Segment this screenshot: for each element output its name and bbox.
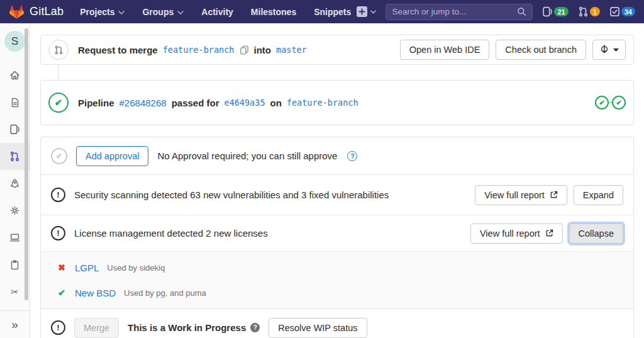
warning-exclamation-icon: ! xyxy=(51,188,65,202)
mr-source-card: Request to merge feature-branch into mas… xyxy=(40,35,634,65)
target-branch-link[interactable]: master xyxy=(276,45,307,55)
mr-count-badge: 1 xyxy=(590,7,600,16)
issues-icon xyxy=(9,124,20,135)
license-report-row: ! License management detected 2 new lice… xyxy=(41,215,633,251)
nav-link-milestones[interactable]: Milestones xyxy=(251,7,296,17)
license-collapse-button[interactable]: Collapse xyxy=(569,223,623,244)
double-chevron-right-icon: » xyxy=(11,318,18,332)
external-link-icon xyxy=(550,191,558,199)
pipeline-label: Pipeline xyxy=(78,98,114,108)
issues-counter[interactable]: 21 xyxy=(542,6,568,17)
clipboard-icon xyxy=(10,260,19,270)
nav-link-groups[interactable]: Groups xyxy=(142,7,184,17)
mr-widget-card: ✔ Add approval No Approval required; you… xyxy=(40,137,634,338)
license-item: ✔ New BSD Used by pg, and puma xyxy=(41,280,633,305)
external-link-icon xyxy=(545,229,553,237)
nav-links: Projects Groups Activity Milestones Snip… xyxy=(80,7,351,17)
security-expand-button[interactable]: Expand xyxy=(574,185,623,205)
pipeline-status-text: passed for xyxy=(172,98,219,108)
pipeline-on-text: on xyxy=(270,98,282,108)
todos-check-icon xyxy=(609,6,620,17)
license-usage-text: Used by pg, and puma xyxy=(124,288,206,298)
todos-count-badge: 34 xyxy=(621,7,635,16)
pipeline-passed-icon: ✔ xyxy=(48,93,69,113)
merge-button-disabled[interactable]: Merge xyxy=(74,318,119,338)
issues-icon xyxy=(542,6,553,17)
open-web-ide-button[interactable]: Open in Web IDE xyxy=(400,40,490,60)
license-approved-icon: ✔ xyxy=(57,288,67,298)
merge-request-icon xyxy=(578,6,589,17)
nav-right: 21 1 34 xyxy=(357,4,635,20)
rocket-icon xyxy=(9,178,20,189)
search-icon xyxy=(517,7,526,16)
license-message: License management detected 2 new licens… xyxy=(74,228,268,239)
approval-optional-icon: ✔ xyxy=(51,148,67,164)
merge-requests-counter[interactable]: 1 xyxy=(578,6,600,17)
brand-name: GitLab xyxy=(30,5,64,18)
caret-down-icon xyxy=(613,48,619,52)
wip-merge-row: ! Merge This is a Work in Progress ? Res… xyxy=(41,308,633,338)
plus-square-icon xyxy=(357,6,367,17)
license-usage-text: Used by sidekiq xyxy=(107,263,165,273)
approval-help-icon[interactable]: ? xyxy=(347,151,357,161)
checkout-branch-button[interactable]: Check out branch xyxy=(496,40,586,60)
warning-exclamation-icon: ! xyxy=(51,320,65,335)
download-dropdown-button[interactable] xyxy=(592,40,626,60)
pipeline-card: ✔ Pipeline #26848268 passed for e4649a35… xyxy=(40,80,634,125)
security-view-full-report-button[interactable]: View full report xyxy=(475,185,567,205)
sidebar-scrollbar[interactable] xyxy=(25,28,28,300)
pipeline-branch-link[interactable]: feature-branch xyxy=(287,98,358,108)
file-icon xyxy=(10,98,20,108)
wip-help-icon[interactable]: ? xyxy=(250,323,260,332)
new-menu-button[interactable] xyxy=(357,6,376,17)
warning-exclamation-icon: ! xyxy=(51,226,65,240)
merge-request-icon xyxy=(9,151,20,162)
request-to-merge-label: Request to merge xyxy=(78,45,158,55)
license-item: ✖ LGPL Used by sidekiq xyxy=(41,255,633,280)
download-icon xyxy=(599,45,609,55)
tanuki-icon xyxy=(9,4,25,20)
approval-row: ✔ Add approval No Approval required; you… xyxy=(41,137,633,174)
search-box[interactable] xyxy=(386,4,533,20)
issues-count-badge: 21 xyxy=(554,7,568,16)
license-rejected-icon: ✖ xyxy=(57,262,67,273)
nav-link-projects[interactable]: Projects xyxy=(80,7,125,17)
security-message: Security scanning detected 63 new vulner… xyxy=(74,189,389,200)
monitor-icon xyxy=(9,232,20,243)
chevron-down-icon xyxy=(177,11,184,14)
todos-counter[interactable]: 34 xyxy=(609,6,635,17)
commit-sha-link[interactable]: e4649a35 xyxy=(224,98,265,108)
into-label: into xyxy=(254,45,272,55)
security-report-row: ! Security scanning detected 63 new vuln… xyxy=(41,174,633,215)
pipeline-id-link[interactable]: #26848268 xyxy=(119,98,167,108)
pipeline-mini-graph: ✔ ✔ xyxy=(595,96,626,110)
pipeline-stage-passed-icon[interactable]: ✔ xyxy=(612,96,626,110)
license-name-link[interactable]: LGPL xyxy=(75,262,99,273)
merge-request-icon xyxy=(48,40,69,60)
nav-link-activity[interactable]: Activity xyxy=(201,7,233,17)
pipeline-stage-passed-icon[interactable]: ✔ xyxy=(595,96,609,110)
license-view-full-report-button[interactable]: View full report xyxy=(470,223,563,244)
scissors-icon: ✂ xyxy=(11,286,19,298)
chevron-down-icon xyxy=(118,11,125,14)
license-list: ✖ LGPL Used by sidekiq ✔ New BSD Used by… xyxy=(41,251,633,308)
source-branch-link[interactable]: feature-branch xyxy=(163,45,235,55)
project-avatar[interactable]: S xyxy=(4,31,25,52)
chevron-down-icon xyxy=(370,10,376,14)
resolve-wip-button[interactable]: Resolve WIP status xyxy=(269,318,367,338)
top-navbar: GitLab Projects Groups Activity Mileston… xyxy=(0,0,644,23)
wip-message: This is a Work in Progress xyxy=(128,322,246,333)
copy-branch-icon[interactable] xyxy=(240,45,249,55)
add-approval-button[interactable]: Add approval xyxy=(76,146,148,166)
operations-gear-icon xyxy=(9,205,20,216)
mr-widget-area: Request to merge feature-branch into mas… xyxy=(30,23,644,338)
license-name-link[interactable]: New BSD xyxy=(75,288,116,298)
nav-link-snippets[interactable]: Snippets xyxy=(314,7,351,17)
timeline-connector xyxy=(58,65,58,80)
approval-message: No Approval required; you can still appr… xyxy=(157,150,337,161)
home-icon xyxy=(9,70,20,81)
search-input[interactable] xyxy=(392,7,517,16)
gitlab-logo[interactable]: GitLab xyxy=(9,4,64,20)
project-sidebar: S xyxy=(0,23,30,338)
sidebar-collapse-button[interactable]: » xyxy=(0,310,30,338)
